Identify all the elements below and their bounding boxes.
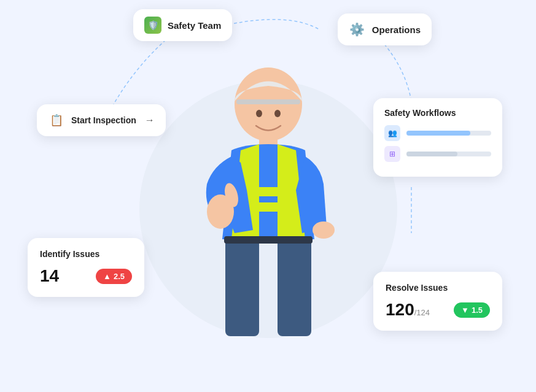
workflow-bar-2 [406,152,491,156]
issues-bottom: 14 ▲ 2.5 [40,266,132,286]
svg-point-7 [313,221,335,239]
workflow-icon-people: 👥 [384,125,400,141]
workflow-bar-1 [406,131,491,136]
resolve-badge: ▼ 1.5 [454,302,490,318]
issues-count: 14 [40,266,59,286]
resolve-issues-title: Resolve Issues [386,283,490,293]
issues-badge: ▲ 2.5 [96,269,132,284]
clipboard-icon: 📋 [48,112,65,129]
workflows-title: Safety Workflows [384,108,491,118]
gear-icon: ⚙️ [349,21,366,38]
start-inspection-card[interactable]: 📋 Start Inspection → [37,104,166,136]
issues-badge-arrow: ▲ [103,272,111,281]
identify-issues-title: Identify Issues [40,249,132,259]
shield-icon: 🛡️ [144,17,161,34]
resolve-count-group: 120/124 [386,300,430,320]
resolve-badge-value: 1.5 [472,306,483,315]
resolve-bottom: 120/124 ▼ 1.5 [386,300,490,320]
svg-point-11 [256,110,262,117]
safety-team-card: 🛡️ Safety Team [133,9,232,41]
start-inspection-label: Start Inspection [71,115,136,125]
identify-issues-card: Identify Issues 14 ▲ 2.5 [28,238,144,297]
worker-figure [164,37,373,356]
workflow-icon-grid: ⊞ [384,146,400,162]
scene: 🛡️ Safety Team ⚙️ Operations 📋 Start Ins… [0,0,536,392]
workflow-bar-fill-1 [406,131,470,136]
resolve-badge-arrow: ▼ [461,306,469,315]
workflow-bar-fill-2 [406,152,457,156]
issues-badge-value: 2.5 [114,272,125,281]
resolve-sub: /124 [414,308,430,317]
workflow-item-2: ⊞ [384,146,491,162]
workflow-item-1: 👥 [384,125,491,141]
operations-label: Operations [372,25,421,35]
safety-workflows-card: Safety Workflows 👥 ⊞ [373,98,502,177]
safety-team-label: Safety Team [168,20,221,31]
svg-rect-1 [236,99,300,104]
svg-point-12 [274,110,281,117]
svg-rect-9 [278,238,311,336]
svg-rect-10 [224,236,313,244]
svg-rect-8 [225,238,259,336]
resolve-issues-card: Resolve Issues 120/124 ▼ 1.5 [373,272,502,331]
resolve-count: 120 [386,300,414,319]
operations-card: ⚙️ Operations [338,13,432,45]
arrow-icon: → [145,115,155,126]
